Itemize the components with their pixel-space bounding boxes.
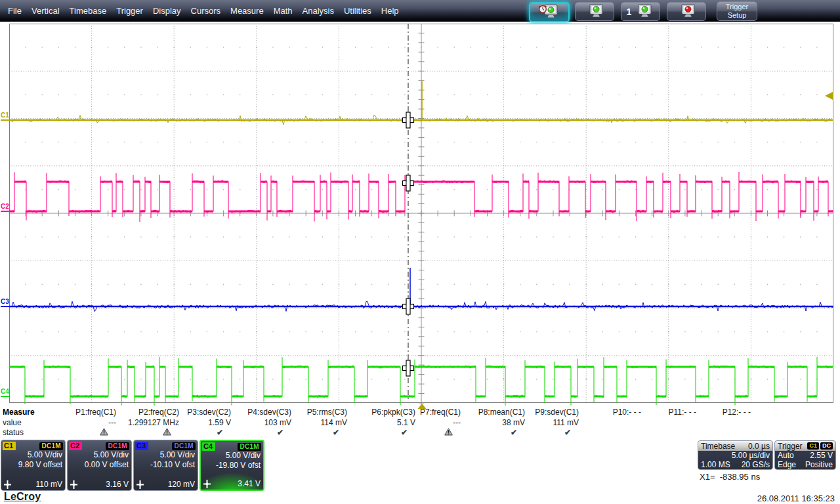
coupling-badge: DC1M xyxy=(172,442,196,450)
channel-ground-marker-c3[interactable]: C3 xyxy=(1,298,9,307)
channel-id-badge: C2 xyxy=(69,442,82,450)
trigger-type: Edge xyxy=(778,460,796,469)
timebase-position: 0.0 µs xyxy=(748,442,770,451)
monitor-icon xyxy=(583,3,606,20)
timebase-scale: 5.00 µs/div xyxy=(732,451,770,460)
channel-offset: 9.80 V offset xyxy=(1,460,65,470)
channel-cursor-value: 120 mV xyxy=(168,480,195,489)
menu-bar: FileVerticalTimebaseTriggerDisplayCursor… xyxy=(0,0,840,22)
monitor-icon xyxy=(632,3,654,20)
channel-scale: 5.00 V/div xyxy=(1,450,65,460)
trigger-stop-button[interactable] xyxy=(667,2,706,21)
menu-item-display[interactable]: Display xyxy=(153,6,181,16)
channel-offset: -19.80 V ofst xyxy=(201,461,263,471)
cursor-x1-readout: X1= -838.95 ns xyxy=(700,472,760,482)
menu-item-analysis[interactable]: Analysis xyxy=(303,6,334,16)
trigger-setup-button[interactable]: Trigger Setup xyxy=(717,1,757,21)
channel-cursor-value: 3.41 V xyxy=(238,479,261,488)
timebase-rate: 20 GS/s xyxy=(742,460,770,469)
channel-id-badge: C1 xyxy=(3,442,16,450)
channel-ground-marker-c1[interactable]: C1 xyxy=(1,112,9,121)
cursor-position-icon xyxy=(136,480,144,489)
check-icon: ✔ xyxy=(564,428,571,437)
trigger-single-button[interactable]: 1 xyxy=(621,2,660,21)
oscilloscope-screen: FileVerticalTimebaseTriggerDisplayCursor… xyxy=(0,0,840,504)
trigger-coupling-badge: DC xyxy=(820,442,833,450)
channel-descriptor-c3[interactable]: C3DC1M5.00 V/div-10.10 V ofst120 mV xyxy=(133,440,198,491)
trigger-normal-button[interactable] xyxy=(575,2,614,21)
lecroy-logo: LeCroy xyxy=(4,491,41,503)
timebase-samples: 1.00 MS xyxy=(701,460,730,469)
menu-item-utilities[interactable]: Utilities xyxy=(344,6,371,16)
single-count-label: 1 xyxy=(627,7,632,17)
menu-item-timebase[interactable]: Timebase xyxy=(70,6,107,16)
channel-offset: 0.00 V offset xyxy=(68,460,131,470)
trigger-auto-button[interactable] xyxy=(529,2,570,22)
channel-descriptor-c2[interactable]: C2DC1M5.00 V/div0.00 V offset3.16 V xyxy=(67,440,132,491)
channel-id-badge: C3 xyxy=(135,442,148,450)
channel-descriptor-c4[interactable]: C4DC1M5.00 V/div-19.80 V ofst3.41 V xyxy=(200,440,264,491)
measure-param-value: 111 mV xyxy=(474,418,579,427)
cursor-position-icon xyxy=(4,480,11,489)
trigger-source-badge: C1 xyxy=(807,442,819,450)
menu-item-file[interactable]: File xyxy=(8,6,22,16)
channel-scale: 5.00 V/div xyxy=(68,450,131,460)
menu-items: FileVerticalTimebaseTriggerDisplayCursor… xyxy=(8,0,399,22)
menu-item-math[interactable]: Math xyxy=(274,6,293,16)
trigger-mode: Auto xyxy=(778,451,794,460)
channel-cursor-value: 110 mV xyxy=(36,480,62,489)
timebase-title: Timebase xyxy=(701,442,735,451)
datetime-display: 26.08.2011 16:35:23 xyxy=(757,494,835,503)
waveform-display[interactable] xyxy=(9,24,833,410)
channel-id-badge: C4 xyxy=(202,442,215,451)
measure-param-label[interactable]: P12:- - - xyxy=(646,408,751,417)
channel-ground-marker-c2[interactable]: C2 xyxy=(1,203,9,212)
coupling-badge: DC1M xyxy=(39,442,63,450)
channel-scale: 5.00 V/div xyxy=(201,451,263,461)
menu-item-measure[interactable]: Measure xyxy=(230,6,264,16)
cursor-position-icon xyxy=(70,480,77,489)
channel-cursor-value: 3.16 V xyxy=(106,480,129,489)
cursor-position-icon xyxy=(203,480,211,488)
trigger-box[interactable]: Trigger C1 DC Auto 2.55 V Edge Positive xyxy=(774,440,836,470)
coupling-badge: DC1M xyxy=(106,442,129,450)
coupling-badge: DC1M xyxy=(238,443,261,451)
menu-item-cursors[interactable]: Cursors xyxy=(191,6,221,16)
trigger-level: 2.55 V xyxy=(810,451,833,460)
channel-scale: 5.00 V/div xyxy=(134,450,198,460)
menu-item-trigger[interactable]: Trigger xyxy=(116,6,143,16)
channel-ground-marker-c4[interactable]: C4 xyxy=(1,388,9,397)
trigger-slope: Positive xyxy=(805,460,833,469)
channel-descriptor-c1[interactable]: C1DC1M5.00 V/div9.80 V offset110 mV xyxy=(1,440,66,491)
channel-offset: -10.10 V ofst xyxy=(134,460,198,470)
menu-item-help[interactable]: Help xyxy=(381,6,399,16)
menu-item-vertical[interactable]: Vertical xyxy=(32,6,60,16)
alarm-clock-monitor-icon xyxy=(538,4,560,20)
monitor-icon xyxy=(675,3,698,20)
trigger-title: Trigger xyxy=(778,442,803,451)
timebase-box[interactable]: Timebase 0.0 µs 5.00 µs/div 1.00 MS 20 G… xyxy=(698,440,773,470)
measure-param-status: ✔ xyxy=(466,428,571,437)
